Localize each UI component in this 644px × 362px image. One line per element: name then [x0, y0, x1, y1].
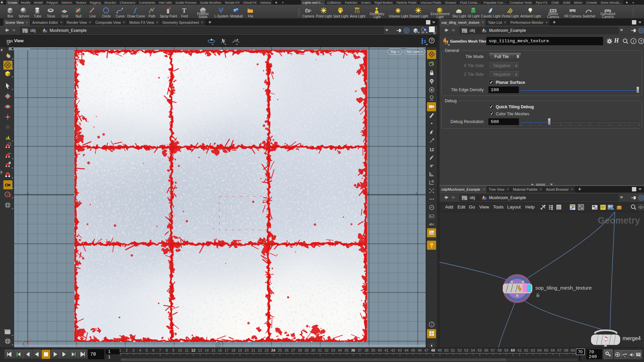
svg-text:■: ■ — [463, 31, 465, 33]
svg-text:abc: abc — [429, 222, 434, 226]
svg-text:■: ■ — [24, 31, 25, 33]
svg-text:12: 12 — [429, 147, 434, 152]
svg-text:z: z — [24, 344, 26, 347]
svg-text:i: i — [633, 39, 634, 43]
svg-text:i: i — [431, 323, 432, 326]
svg-text:y: y — [21, 336, 23, 339]
svg-text:+: + — [612, 207, 614, 210]
svg-text:4²: 4² — [430, 164, 433, 168]
svg-text:?: ? — [431, 39, 433, 43]
svg-text:■: ■ — [463, 198, 465, 200]
svg-text:?: ? — [640, 39, 642, 43]
svg-text:x: x — [30, 338, 31, 342]
